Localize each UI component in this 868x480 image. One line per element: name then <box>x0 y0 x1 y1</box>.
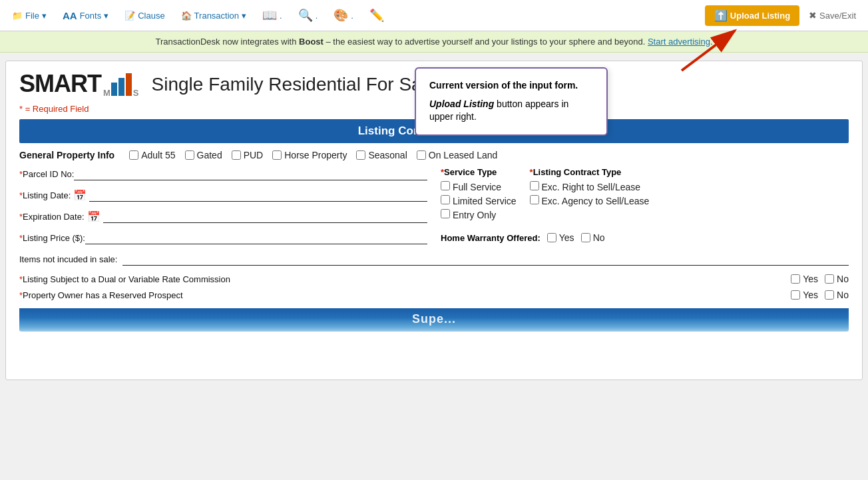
clause-icon: 📝 <box>124 11 135 21</box>
listing-price-input[interactable] <box>85 231 427 244</box>
commission-dual-yes-input[interactable] <box>791 274 800 284</box>
service-limited-label: Limited Service <box>453 196 517 206</box>
boost-bold: Boost <box>299 37 324 47</box>
commission-dual-yes[interactable]: Yes <box>791 274 818 284</box>
logo-mls: M S <box>103 73 138 97</box>
reserved-prospect-no-label: No <box>837 290 849 300</box>
transaction-dropdown-icon: ▾ <box>242 11 246 21</box>
home-warranty-no-label: No <box>593 232 605 243</box>
checkbox-on-leased-land[interactable]: On Leased Land <box>417 150 498 160</box>
fonts-button[interactable]: AA Fonts ▾ <box>56 6 115 25</box>
contract-exc-right-label: Exc. Right to Sell/Lease <box>541 182 640 192</box>
left-column: *Parcel ID No: *Listing Date: 📅 *Expirat… <box>19 167 427 252</box>
fonts-dropdown-icon: ▾ <box>104 11 108 21</box>
book-caret: . <box>280 11 282 21</box>
upload-listing-button[interactable]: ⬆️ Upload Listing <box>705 5 799 26</box>
checkbox-gated-input[interactable] <box>185 150 194 160</box>
service-entry-only[interactable]: Entry Only <box>441 209 517 220</box>
parcel-id-input[interactable] <box>74 167 427 180</box>
logo-bar-short <box>111 83 117 96</box>
commission-dual-no-label: No <box>837 274 849 284</box>
home-warranty-yes[interactable]: Yes <box>547 232 574 243</box>
bottom-wave-section: Supe... <box>19 308 849 332</box>
checkbox-horse-property-input[interactable] <box>272 150 282 160</box>
overlay-area: Current version of the input form. Uploa… <box>0 61 868 380</box>
logo-bar-medium <box>118 78 124 96</box>
service-limited-input[interactable] <box>441 195 450 204</box>
home-warranty-no-input[interactable] <box>581 233 590 242</box>
banner-text-before: TransactionDesk now integrates with <box>155 37 299 47</box>
checkbox-pud-input[interactable] <box>232 150 241 160</box>
checkbox-horse-property-label: Horse Property <box>284 150 347 160</box>
clause-button[interactable]: 📝 Clause <box>118 7 171 25</box>
home-warranty-no[interactable]: No <box>581 232 605 243</box>
home-warranty-yes-input[interactable] <box>547 233 556 242</box>
callout-line2: Upload Listing button appears in upper r… <box>429 98 593 124</box>
reserved-prospect-yes-input[interactable] <box>791 290 800 300</box>
transaction-button[interactable]: 🏠 Transaction ▾ <box>174 7 253 25</box>
reserved-prospect-row: *Property Owner has a Reserved Prospect … <box>19 290 849 300</box>
items-not-included-label: Items not incuded in sale: <box>19 254 117 264</box>
commission-dual-no-input[interactable] <box>825 274 834 284</box>
book-button[interactable]: 📖 . <box>256 4 289 27</box>
banner-text-after: – the easiest way to advertise yourself … <box>324 37 648 47</box>
home-warranty-label: Home Warranty Offered: <box>441 233 541 243</box>
checkbox-adult55-input[interactable] <box>129 150 138 160</box>
checkbox-gated[interactable]: Gated <box>185 150 222 160</box>
service-type-section: **Service TypeService Type Full Service … <box>441 167 517 220</box>
svg-line-1 <box>682 31 735 71</box>
close-icon: ✖ <box>809 10 817 21</box>
pencil-button[interactable]: ✏️ <box>363 4 391 27</box>
palette-caret: . <box>351 11 353 21</box>
reserved-prospect-no[interactable]: No <box>825 290 849 300</box>
contract-type-section: *Listing Contract Type Exc. Right to Sel… <box>530 167 650 220</box>
callout-tooltip: Current version of the input form. Uploa… <box>415 67 608 136</box>
contract-exc-right[interactable]: Exc. Right to Sell/Lease <box>530 181 650 192</box>
logo-bar-tall <box>126 73 132 96</box>
listing-date-input[interactable] <box>89 188 427 202</box>
file-button[interactable]: 📁 File ▾ <box>5 7 53 25</box>
expiration-date-input[interactable] <box>103 210 427 223</box>
upload-icon: ⬆️ <box>714 9 728 22</box>
checkbox-pud[interactable]: PUD <box>232 150 264 160</box>
commission-dual-no[interactable]: No <box>825 274 849 284</box>
save-exit-button[interactable]: ✖ Save/Exit <box>802 6 863 25</box>
reserved-prospect-yes[interactable]: Yes <box>791 290 818 300</box>
logo-s-letter: S <box>133 89 138 97</box>
expiration-date-calendar-icon[interactable]: 📅 <box>87 210 101 223</box>
checkbox-adult55[interactable]: Adult 55 <box>129 150 175 160</box>
logo-text: SMART <box>19 70 101 97</box>
contract-exc-agency-input[interactable] <box>530 195 539 204</box>
wave-text-partial: Supe... <box>19 308 849 326</box>
logo: SMART M S <box>19 72 138 97</box>
listing-date-label: *Listing Date: <box>19 190 71 200</box>
reserved-prospect-yes-label: Yes <box>803 290 818 300</box>
parcel-id-row: *Parcel ID No: <box>19 167 427 180</box>
service-limited[interactable]: Limited Service <box>441 195 517 206</box>
commission-dual-yes-no: Yes No <box>791 274 849 284</box>
home-warranty-yes-label: Yes <box>559 232 574 243</box>
palette-button[interactable]: 🎨 . <box>327 4 360 27</box>
reserved-prospect-no-input[interactable] <box>825 290 834 300</box>
service-entry-only-input[interactable] <box>441 209 450 218</box>
commission-dual-yes-label: Yes <box>803 274 818 284</box>
zoom-caret: . <box>316 11 318 21</box>
contract-exc-agency[interactable]: Exc. Agency to Sell/Lease <box>530 195 650 206</box>
zoom-button[interactable]: 🔍 . <box>292 4 325 27</box>
contract-exc-right-input[interactable] <box>530 181 539 190</box>
checkbox-seasonal[interactable]: Seasonal <box>356 150 407 160</box>
service-full-label: Full Service <box>453 182 501 192</box>
checkbox-horse-property[interactable]: Horse Property <box>272 150 347 160</box>
checkbox-seasonal-input[interactable] <box>356 150 365 160</box>
listing-date-calendar-icon[interactable]: 📅 <box>73 189 87 202</box>
items-not-included-row: Items not incuded in sale: <box>19 252 849 266</box>
checkbox-on-leased-land-input[interactable] <box>417 150 426 160</box>
checkbox-seasonal-label: Seasonal <box>368 150 407 160</box>
callout-line1: Current version of the input form. <box>429 79 593 93</box>
service-full-input[interactable] <box>441 181 450 190</box>
items-not-included-input[interactable] <box>122 252 849 266</box>
service-full[interactable]: Full Service <box>441 181 517 192</box>
palette-icon: 🎨 <box>333 8 348 23</box>
commission-dual-label: *Listing Subject to a Dual or Variable R… <box>19 274 791 284</box>
expiration-date-label: *Expiration Date: <box>19 212 85 222</box>
